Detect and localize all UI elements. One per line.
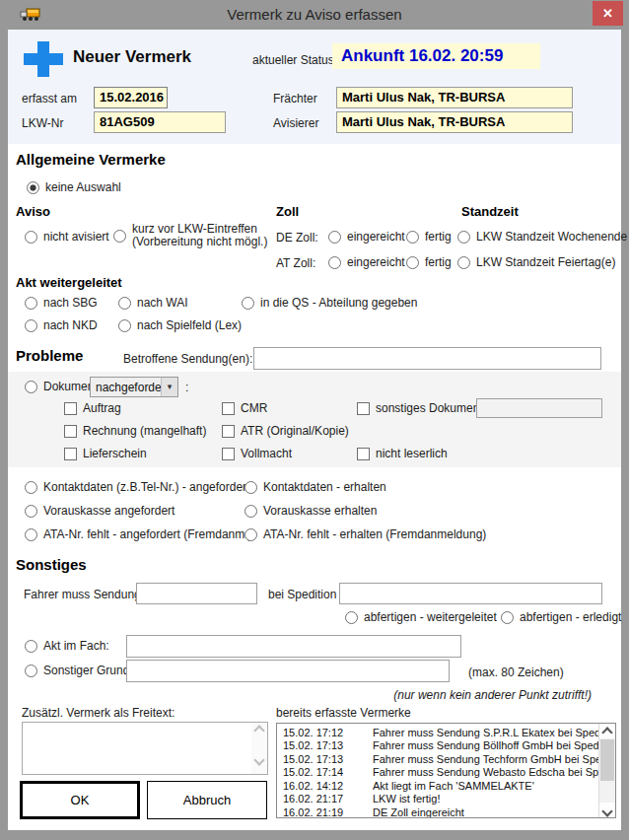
radio-kurz-vor-lkw-eintreffen[interactable]: kurz vor LKW-Eintreffen (Vorbereitung ni… <box>113 223 267 248</box>
fahrer-sendung-input[interactable] <box>136 583 257 604</box>
radio-keine-auswahl[interactable]: keine Auswahl <box>27 180 121 194</box>
scroll-up-button[interactable] <box>599 724 615 738</box>
checkbox-label: sonstiges Dokument: <box>376 401 486 415</box>
radio-kontaktdaten-angefordert[interactable]: Kontaktdaten (z.B.Tel-Nr.) - angefordert <box>25 480 249 494</box>
radio-label: Kontaktdaten - erhalten <box>263 480 386 494</box>
radio-nach-spielfeld[interactable]: nach Spielfeld (Lex) <box>118 318 242 332</box>
radio-akt-im-fach[interactable]: Akt im Fach: <box>25 639 109 653</box>
radio-label: Vorauskasse angefordert <box>43 504 175 518</box>
checkbox-box <box>64 448 77 460</box>
checkbox-rechnung[interactable]: Rechnung (mangelhaft) <box>64 424 206 438</box>
vermerk-time: 15.02. 17:13 <box>277 753 373 766</box>
radio-label: Kontaktdaten (z.B.Tel-Nr.) - angefordert <box>43 480 249 494</box>
subheading-akt-weitergeleitet: Akt weitergeleitet <box>16 275 122 290</box>
checkbox-sonstiges-dokument[interactable]: sonstiges Dokument: <box>357 401 486 415</box>
radio-circle <box>27 181 39 194</box>
vermerk-time: 16.02. 21:17 <box>277 793 373 805</box>
checkbox-box <box>64 425 77 438</box>
titlebar[interactable]: Vermerk zu Aviso erfassen ✕ <box>0 0 629 30</box>
radio-abfertigen-erledigt[interactable]: abfertigen - erledigt <box>501 610 621 624</box>
radio-circle <box>457 256 470 269</box>
avisierer-label: Avisierer <box>273 116 318 130</box>
radio-de-zoll-eingereicht[interactable]: eingereicht <box>328 230 405 244</box>
freitext-input[interactable] <box>22 722 268 775</box>
select-value: nachgefordert <box>91 381 161 394</box>
vermerk-time: 15.02. 17:14 <box>277 766 373 779</box>
dokumente-status-select[interactable]: nachgefordert ▾ <box>90 377 178 397</box>
scroll-down-button[interactable] <box>599 803 615 817</box>
window-title: Vermerk zu Aviso erfassen <box>0 6 629 23</box>
lkw-nr-field[interactable]: 81AG509 <box>94 111 226 133</box>
checkbox-cmr[interactable]: CMR <box>222 401 267 415</box>
radio-abfertigen-weitergeleitet[interactable]: abfertigen - weitergeleitet <box>345 610 497 624</box>
radio-label: kurz vor LKW-Eintreffen (Vorbereitung ni… <box>132 223 267 248</box>
radio-vorauskasse-erhalten[interactable]: Vorauskasse erhalten <box>245 504 377 518</box>
radio-nach-sbg[interactable]: nach SBG <box>25 296 98 310</box>
radio-standzeit-wochenende[interactable]: LKW Standzeit Wochenende <box>457 230 627 244</box>
radio-ata-erhalten[interactable]: ATA-Nr. fehlt - erhalten (Fremdanmeldung… <box>245 527 486 541</box>
radio-ata-angefordert[interactable]: ATA-Nr. fehlt - angefordert (Fremdanm.) <box>25 527 252 541</box>
checkbox-lieferschein[interactable]: Lieferschein <box>64 447 147 460</box>
spedition-input[interactable] <box>339 583 602 604</box>
list-scrollbar[interactable] <box>598 724 615 817</box>
radio-at-zoll-fertig[interactable]: fertig <box>406 255 452 269</box>
page-title: Neuer Vermerk <box>73 47 191 67</box>
dialog-window: Vermerk zu Aviso erfassen ✕ Neuer Vermer… <box>0 0 629 840</box>
radio-standzeit-feiertag[interactable]: LKW Standzeit Feiertag(e) <box>457 255 615 269</box>
checkbox-label: ATR (Original/Kopie) <box>241 424 349 438</box>
section-probleme: Probleme <box>16 347 83 364</box>
abbruch-button[interactable]: Abbruch <box>147 781 267 819</box>
scrollbar-thumb[interactable] <box>600 739 614 781</box>
vermerk-time: 16.02. 21:19 <box>277 806 373 818</box>
radio-nicht-avisiert[interactable]: nicht avisiert <box>25 230 109 244</box>
plus-icon <box>24 41 63 77</box>
erfasst-am-field[interactable]: 15.02.2016 <box>94 87 168 108</box>
sendung-label: Betroffene Sendung(en): <box>123 352 252 366</box>
chevron-up-icon <box>601 727 612 737</box>
radio-circle <box>25 640 37 653</box>
radio-kontaktdaten-erhalten[interactable]: Kontaktdaten - erhalten <box>245 480 386 494</box>
vermerk-row[interactable]: 15.02. 17:12 Fahrer muss Sendung S.P.R.L… <box>277 727 598 739</box>
checkbox-auftrag[interactable]: Auftrag <box>64 401 121 415</box>
sonstiger-grund-input[interactable] <box>126 660 450 682</box>
checkbox-nicht-leserlich[interactable]: nicht leserlich <box>357 447 448 460</box>
radio-sonstiger-grund[interactable]: Sonstiger Grund: <box>25 664 133 677</box>
vermerk-row[interactable]: 15.02. 17:13 Fahrer muss Sendung Böllhof… <box>277 739 598 752</box>
radio-label: LKW Standzeit Feiertag(e) <box>476 255 615 269</box>
textarea-scrollbar[interactable] <box>251 723 267 774</box>
akt-im-fach-input[interactable] <box>126 635 461 658</box>
checkbox-label: nicht leserlich <box>376 447 448 460</box>
radio-qs-abteilung[interactable]: in die QS - Abteilung gegeben <box>242 296 417 310</box>
radio-de-zoll-fertig[interactable]: fertig <box>406 230 452 244</box>
ok-button[interactable]: OK <box>20 781 140 819</box>
sonstiges-dokument-input[interactable] <box>476 398 602 418</box>
checkbox-box <box>222 402 235 415</box>
radio-circle <box>245 481 257 494</box>
radio-nach-nkd[interactable]: nach NKD <box>25 318 98 332</box>
radio-vorauskasse-angefordert[interactable]: Vorauskasse angefordert <box>25 504 175 518</box>
vermerk-row[interactable]: 16.02. 21:17 LKW ist fertig! <box>277 793 598 805</box>
radio-circle <box>328 231 341 244</box>
fraechter-field[interactable]: Marti Ulus Nak, TR-BURSA <box>336 87 573 108</box>
radio-circle <box>328 256 341 269</box>
checkbox-atr[interactable]: ATR (Original/Kopie) <box>222 424 349 438</box>
radio-circle <box>406 231 419 244</box>
checkbox-box <box>64 402 77 415</box>
checkbox-box <box>357 402 370 415</box>
sendung-input[interactable] <box>253 347 601 370</box>
avisierer-field[interactable]: Marti Ulus Nak, TR-BURSA <box>336 111 573 133</box>
vermerk-row[interactable]: 16.02. 21:19 DE Zoll eingereicht <box>277 806 598 818</box>
chevron-down-icon <box>601 805 612 816</box>
radio-circle <box>406 256 419 269</box>
vermerk-row[interactable]: 15.02. 17:13 Fahrer muss Sendung Techfor… <box>277 753 598 766</box>
checkbox-label: Vollmacht <box>241 447 292 460</box>
radio-at-zoll-eingereicht[interactable]: eingereicht <box>328 255 405 269</box>
radio-nach-wai[interactable]: nach WAI <box>118 296 188 310</box>
close-button[interactable]: ✕ <box>593 1 623 26</box>
vermerk-row[interactable]: 15.02. 17:14 Fahrer muss Sendung Webasto… <box>277 766 598 779</box>
radio-label: nach Spielfeld (Lex) <box>137 318 242 332</box>
vermerk-text: LKW ist fertig! <box>373 793 598 805</box>
checkbox-vollmacht[interactable]: Vollmacht <box>222 447 292 460</box>
vermerk-row[interactable]: 16.02. 14:12 Akt liegt im Fach 'SAMMELAK… <box>277 780 598 793</box>
radio-circle <box>25 319 37 332</box>
